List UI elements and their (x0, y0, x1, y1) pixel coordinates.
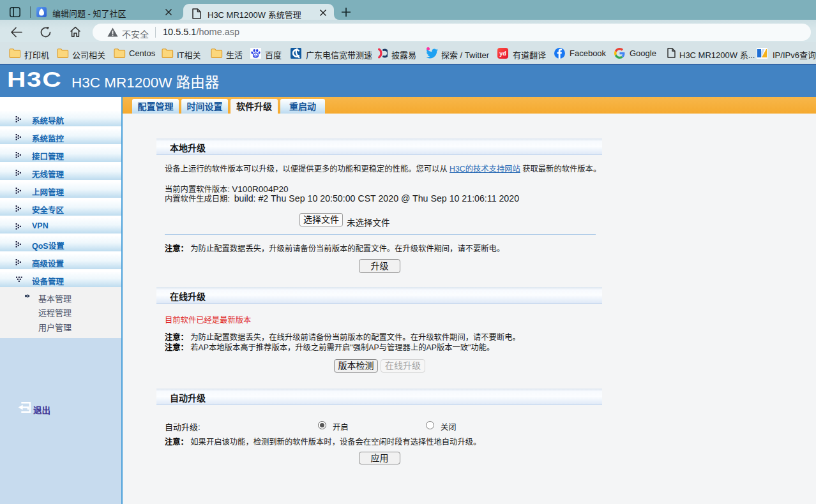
svg-text:yd: yd (499, 50, 506, 57)
svg-text:du: du (254, 54, 258, 57)
